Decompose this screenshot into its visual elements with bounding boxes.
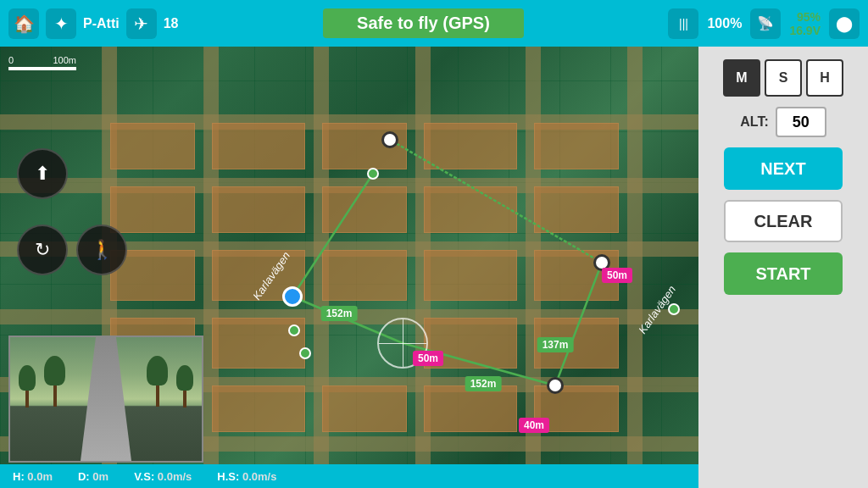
mode-buttons: M S H (723, 59, 843, 97)
mode-label: P-Atti (83, 16, 120, 31)
building (212, 123, 305, 169)
mode-btn-s[interactable]: S (765, 59, 802, 97)
waypoint-green-1 (367, 168, 379, 180)
distance-label: D: 0m (78, 470, 108, 483)
status-bar: H: 0.0m D: 0m V.S: 0.0m/s H.S: 0.0m/s (0, 464, 698, 488)
dist-label-152b: 152m (465, 376, 502, 391)
dist-label-50b: 50m (602, 268, 632, 283)
building (424, 123, 517, 169)
camera-scene (10, 337, 202, 461)
camera-icon[interactable]: ⬤ (829, 8, 860, 39)
map[interactable]: 0 100m ⬆ ↻ 🚶 Karlavägen Karlavägen 152m … (0, 47, 698, 488)
refresh-button[interactable]: ↻ (17, 225, 68, 275)
scale-bar-visual (8, 67, 76, 70)
bars-icon: ||| (668, 8, 698, 39)
height-value: 0.0m (27, 470, 53, 483)
home-button[interactable]: 🏠 (8, 8, 39, 39)
distance-value: 0m (92, 470, 108, 483)
building (110, 186, 195, 233)
alt-value[interactable]: 50 (776, 107, 826, 137)
camera-tree-right2 (147, 356, 168, 407)
antenna-icon: 📡 (750, 8, 781, 39)
waypoint-green-2 (288, 324, 300, 336)
header: 🏠 ✦ P-Atti ✈ 18 Safe to fly (GPS) ||| 10… (0, 0, 868, 47)
voltage-pct: 95% (797, 10, 821, 24)
right-panel: M S H ALT: 50 NEXT CLEAR START (698, 47, 868, 488)
building (110, 123, 195, 169)
next-button[interactable]: NEXT (724, 147, 843, 190)
clear-button[interactable]: CLEAR (724, 200, 843, 242)
waypoint-5[interactable] (381, 131, 398, 148)
header-left: 🏠 ✦ P-Atti ✈ 18 (8, 8, 178, 39)
building (534, 123, 619, 169)
mode-btn-m[interactable]: M (723, 59, 760, 97)
waypoint-current[interactable] (282, 286, 303, 307)
building (212, 186, 305, 233)
person-button[interactable]: 🚶 (76, 225, 127, 275)
dist-label-152a: 152m (321, 306, 358, 321)
building (424, 385, 517, 432)
signal-icon: ✈ (126, 8, 157, 39)
building (424, 186, 517, 233)
waypoint-green-3 (299, 347, 311, 359)
building (424, 250, 517, 301)
voltage-block: 95% 16.9V (789, 10, 821, 37)
building (322, 186, 407, 233)
hspeed-value: 0.0m/s (242, 470, 276, 483)
building (322, 250, 407, 301)
dist-label-40: 40m (519, 418, 549, 433)
upload-button[interactable]: ⬆ (17, 148, 68, 199)
camera-road (81, 337, 131, 461)
scale-zero: 0 (8, 55, 14, 65)
vspeed-value: 0.0m/s (158, 470, 192, 483)
dist-label-50: 50m (413, 351, 443, 366)
height-label: H: 0.0m (13, 470, 53, 483)
camera-tree-left2 (44, 356, 65, 407)
building (534, 186, 619, 233)
building (322, 385, 407, 432)
scale-label: 100m (53, 55, 76, 65)
start-button[interactable]: START (724, 252, 843, 295)
camera-tree-right (176, 365, 193, 408)
mode-btn-h[interactable]: H (806, 59, 843, 97)
camera-preview (8, 336, 203, 463)
signal-count: 18 (164, 16, 179, 31)
building (212, 385, 305, 432)
altitude-row: ALT: 50 (707, 107, 860, 137)
alt-label: ALT: (740, 114, 768, 130)
header-right: ||| 100% 📡 95% 16.9V ⬤ (668, 8, 860, 39)
hspeed-label: H.S: 0.0m/s (217, 470, 276, 483)
waypoint-3[interactable] (547, 377, 564, 394)
dist-label-137: 137m (537, 337, 574, 352)
voltage: 16.9V (789, 24, 821, 37)
waypoint-green-4 (668, 303, 680, 315)
drone-icon: ✦ (46, 8, 76, 39)
vspeed-label: V.S: 0.0m/s (134, 470, 192, 483)
battery-pct: 100% (707, 16, 742, 31)
scale-bar: 0 100m (8, 55, 76, 70)
camera-tree-left (19, 365, 36, 408)
status-message: Safe to fly (GPS) (323, 8, 524, 38)
